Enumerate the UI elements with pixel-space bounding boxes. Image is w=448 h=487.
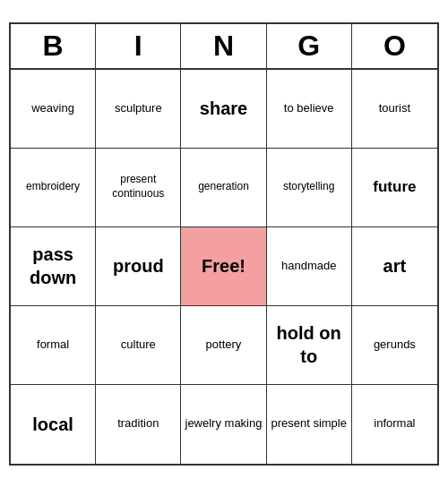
bingo-cell: gerunds [352, 306, 437, 385]
bingo-cell: share [181, 70, 266, 149]
bingo-cell: informal [352, 385, 437, 464]
bingo-cell: present simple [267, 385, 352, 464]
header-letter: O [352, 24, 437, 68]
bingo-cell: tradition [96, 385, 181, 464]
bingo-header: BINGO [11, 24, 437, 70]
bingo-cell: weaving [11, 70, 96, 149]
bingo-cell: embroidery [11, 149, 96, 227]
bingo-grid: weavingsculptureshareto believetouristem… [11, 70, 437, 464]
bingo-cell: pottery [181, 306, 266, 385]
bingo-cell: jewelry making [181, 385, 266, 464]
header-letter: B [11, 24, 96, 68]
bingo-cell: handmade [267, 227, 352, 306]
bingo-cell: hold on to [267, 306, 352, 385]
bingo-cell: sculpture [96, 70, 181, 149]
bingo-cell: storytelling [267, 149, 352, 227]
bingo-cell: generation [181, 149, 266, 227]
header-letter: N [181, 24, 266, 68]
header-letter: I [96, 24, 181, 68]
bingo-cell: Free! [181, 227, 266, 306]
bingo-cell: formal [11, 306, 96, 385]
bingo-cell: pass down [11, 227, 96, 306]
bingo-cell: present continuous [96, 149, 181, 227]
bingo-cell: to believe [267, 70, 352, 149]
bingo-cell: tourist [352, 70, 437, 149]
bingo-cell: art [352, 227, 437, 306]
header-letter: G [267, 24, 352, 68]
bingo-cell: culture [96, 306, 181, 385]
bingo-cell: proud [96, 227, 181, 306]
bingo-cell: future [352, 149, 437, 227]
bingo-cell: local [11, 385, 96, 464]
bingo-card: BINGO weavingsculptureshareto believetou… [9, 22, 439, 466]
